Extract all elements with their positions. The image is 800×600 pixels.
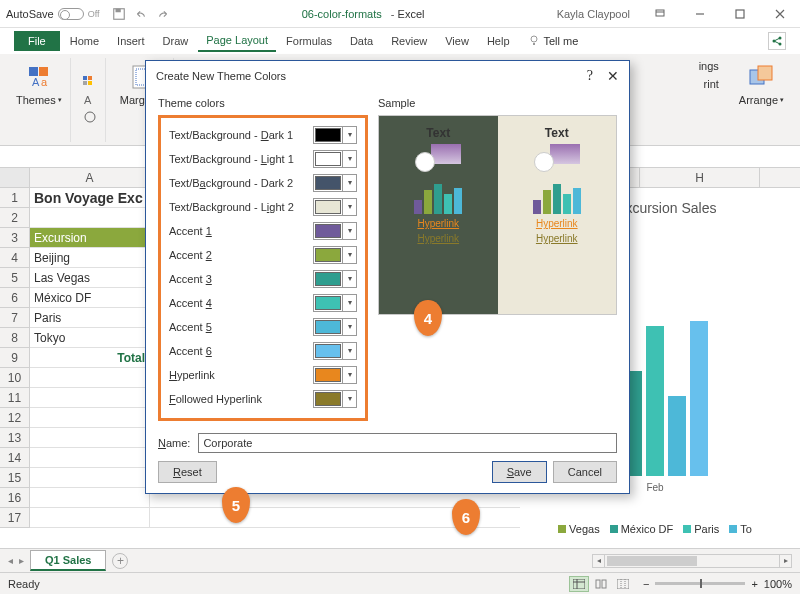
color-swatch-dropdown[interactable]: ▾ [313,126,357,144]
tab-insert[interactable]: Insert [109,31,153,51]
color-swatch-dropdown[interactable]: ▾ [313,150,357,168]
cell[interactable] [30,208,150,228]
cell[interactable]: México DF [30,288,150,308]
row-header[interactable]: 13 [0,428,30,448]
cell[interactable] [30,388,150,408]
cell[interactable]: Tokyo [30,328,150,348]
tell-me-search[interactable]: Tell me [528,35,579,47]
svg-rect-3 [736,10,744,18]
row-header[interactable]: 17 [0,508,30,528]
tab-help[interactable]: Help [479,31,518,51]
toggle-icon [58,8,84,20]
tab-formulas[interactable]: Formulas [278,31,340,51]
row-header[interactable]: 12 [0,408,30,428]
ribbon-options-icon[interactable] [640,0,680,28]
undo-icon[interactable] [134,7,148,21]
quick-access-toolbar [112,7,170,21]
new-sheet-button[interactable]: + [112,553,128,569]
autosave-toggle[interactable]: AutoSave Off [6,8,100,20]
color-swatch-dropdown[interactable]: ▾ [313,270,357,288]
chart-legend: VegasMéxico DFParisTo [520,523,790,535]
color-swatch-dropdown[interactable]: ▾ [313,318,357,336]
tab-draw[interactable]: Draw [155,31,197,51]
svg-text:a: a [41,76,48,88]
row-header[interactable]: 5 [0,268,30,288]
sample-preview: Text Hyperlink Hyperlink Text Hyperlink … [378,115,617,315]
svg-rect-14 [83,81,87,85]
row-header[interactable]: 14 [0,448,30,468]
close-icon[interactable]: ✕ [607,68,619,84]
fonts-icon[interactable]: A [83,93,99,107]
arrange-button[interactable]: Arrange▾ [737,60,786,108]
color-swatch-dropdown[interactable]: ▾ [313,342,357,360]
normal-view-icon[interactable] [569,576,589,592]
cell[interactable] [30,508,150,528]
save-button[interactable]: Save [492,461,547,483]
row-header[interactable]: 6 [0,288,30,308]
cell[interactable] [30,408,150,428]
cell[interactable] [30,468,150,488]
cell[interactable]: Paris [30,308,150,328]
cell[interactable] [30,368,150,388]
maximize-icon[interactable] [720,0,760,28]
row-header[interactable]: 11 [0,388,30,408]
page-break-view-icon[interactable] [613,576,633,592]
cell[interactable] [30,488,150,508]
color-swatch-dropdown[interactable]: ▾ [313,390,357,408]
help-icon[interactable]: ? [587,68,593,84]
row-header[interactable]: 8 [0,328,30,348]
close-icon[interactable] [760,0,800,28]
row-header[interactable]: 9 [0,348,30,368]
cell[interactable]: Bon Voyage Exc [30,188,150,208]
row-header[interactable]: 15 [0,468,30,488]
cell[interactable] [30,428,150,448]
tab-data[interactable]: Data [342,31,381,51]
col-header[interactable]: H [640,168,760,187]
horizontal-scrollbar[interactable]: ◂▸ [592,554,792,568]
cell[interactable]: Excursion [30,228,150,248]
redo-icon[interactable] [156,7,170,21]
color-swatch-dropdown[interactable]: ▾ [313,198,357,216]
name-input[interactable] [198,433,617,453]
svg-rect-1 [115,8,120,12]
zoom-control[interactable]: −+ 100% [643,578,792,590]
row-header[interactable]: 3 [0,228,30,248]
tab-file[interactable]: File [14,31,60,51]
theme-color-row: Accent 5▾ [169,316,357,338]
cancel-button[interactable]: Cancel [553,461,617,483]
tab-home[interactable]: Home [62,31,107,51]
color-swatch-dropdown[interactable]: ▾ [313,294,357,312]
color-swatch-dropdown[interactable]: ▾ [313,246,357,264]
tab-review[interactable]: Review [383,31,435,51]
row-header[interactable]: 1 [0,188,30,208]
row-header[interactable]: 4 [0,248,30,268]
effects-icon[interactable] [83,110,99,124]
col-header[interactable]: A [30,168,150,187]
row-header[interactable]: 16 [0,488,30,508]
theme-color-label: Accent 2 [169,249,212,261]
row-header[interactable]: 2 [0,208,30,228]
themes-button[interactable]: Aa Themes▾ [14,60,64,108]
colors-icon[interactable] [83,76,99,90]
save-icon[interactable] [112,7,126,21]
cell[interactable]: Beijing [30,248,150,268]
tab-view[interactable]: View [437,31,477,51]
minimize-icon[interactable] [680,0,720,28]
share-button[interactable] [768,32,786,50]
page-layout-view-icon[interactable] [591,576,611,592]
cell[interactable]: Las Vegas [30,268,150,288]
sheet-nav-last-icon[interactable]: ▸ [19,555,24,566]
color-swatch-dropdown[interactable]: ▾ [313,366,357,384]
tab-page-layout[interactable]: Page Layout [198,30,276,52]
row-header[interactable]: 10 [0,368,30,388]
reset-button[interactable]: Reset [158,461,217,483]
color-swatch-dropdown[interactable]: ▾ [313,174,357,192]
dialog-title: Create New Theme Colors [156,70,286,82]
cell[interactable]: Total [30,348,150,368]
sheet-tab[interactable]: Q1 Sales [30,550,106,571]
cell[interactable] [30,448,150,468]
select-all-corner[interactable] [0,168,30,187]
color-swatch-dropdown[interactable]: ▾ [313,222,357,240]
row-header[interactable]: 7 [0,308,30,328]
sheet-nav-first-icon[interactable]: ◂ [8,555,13,566]
